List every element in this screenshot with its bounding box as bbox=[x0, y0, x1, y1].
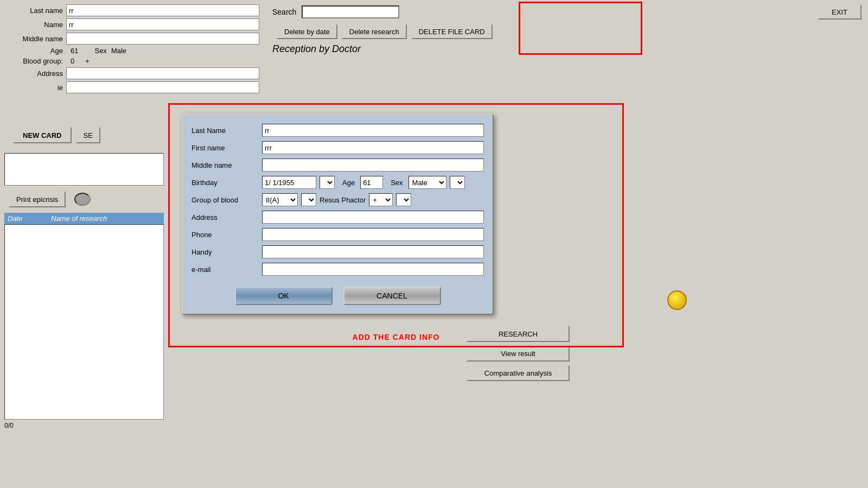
modal-phone-label: Phone bbox=[192, 231, 262, 239]
modal-email-input[interactable] bbox=[262, 263, 484, 276]
blood-group-value: 0 bbox=[71, 57, 74, 65]
modal-last-name-label: Last Name bbox=[192, 126, 262, 135]
last-name-label: Last name bbox=[7, 7, 66, 15]
modal-resus-select[interactable]: + - bbox=[369, 193, 393, 206]
ie-label: ie bbox=[7, 84, 66, 92]
print-row: Print epicrisis bbox=[0, 188, 168, 211]
modal-address-row: Address bbox=[192, 211, 484, 224]
search-input[interactable] bbox=[302, 5, 399, 18]
modal-first-name-input[interactable] bbox=[262, 141, 484, 154]
delete-research-button[interactable]: Delete research bbox=[342, 24, 407, 39]
modal-blood-group-row: Group of blood I(O) II(A) III(B) IV(AB) … bbox=[192, 193, 484, 206]
modal-email-label: e-mail bbox=[192, 265, 262, 274]
modal-sex-label: Sex bbox=[391, 179, 403, 187]
modal-handy-input[interactable] bbox=[262, 245, 484, 258]
new-card-button[interactable]: NEW CARD bbox=[13, 127, 72, 143]
modal-last-name-input[interactable] bbox=[262, 124, 484, 137]
age-sex-row: Age 61 Sex Male bbox=[7, 47, 259, 55]
add-card-info-text: ADD THE CARD INFO bbox=[353, 333, 440, 341]
pagination: 0/0 bbox=[0, 420, 168, 432]
modal-handy-row: Handy bbox=[192, 245, 484, 258]
birthday-fields: Age Sex Male Female bbox=[262, 176, 465, 189]
modal-blood-dropdown[interactable] bbox=[301, 193, 316, 206]
blood-group-label: Blood group: bbox=[7, 57, 66, 65]
ie-input[interactable] bbox=[66, 81, 259, 93]
search-row: Search EXIT bbox=[272, 4, 861, 20]
modal-birthday-label: Birthday bbox=[192, 179, 262, 187]
ie-row: ie bbox=[7, 81, 259, 93]
modal-phone-input[interactable] bbox=[262, 228, 484, 241]
modal-birthday-row: Birthday Age Sex Male Female bbox=[192, 176, 484, 189]
date-col-header: Date bbox=[8, 214, 51, 223]
exit-button[interactable]: EXIT bbox=[818, 4, 861, 20]
modal-resus-dropdown[interactable] bbox=[396, 193, 411, 206]
middle-name-input[interactable] bbox=[66, 33, 259, 45]
table-header: Date Name of research bbox=[4, 213, 164, 224]
modal-middle-name-label: Middle name bbox=[192, 161, 262, 169]
last-name-row: Last name bbox=[7, 4, 259, 16]
search-label: Search bbox=[272, 8, 296, 16]
modal-blood-group-label: Group of blood bbox=[192, 196, 262, 204]
sex-label: Sex bbox=[94, 47, 106, 55]
comparative-analysis-button[interactable]: Comparative analysis bbox=[467, 365, 570, 381]
address-label: Address bbox=[7, 69, 66, 78]
age-label: Age bbox=[7, 47, 66, 55]
blood-group-row: Blood group: 0 + bbox=[7, 57, 259, 65]
modal-age-input[interactable] bbox=[360, 176, 383, 189]
modal-sex-dropdown[interactable] bbox=[450, 176, 465, 189]
modal-address-label: Address bbox=[192, 213, 262, 221]
name-label: Name bbox=[7, 21, 66, 29]
view-result-button[interactable]: View result bbox=[467, 345, 570, 362]
sex-value: Male bbox=[111, 47, 126, 55]
modal-first-name-row: First name bbox=[192, 141, 484, 154]
middle-name-row: Middle name bbox=[7, 33, 259, 45]
modal-resus-label: Resus Phactor bbox=[320, 196, 366, 204]
research-table-body[interactable] bbox=[4, 224, 164, 420]
toggle-indicator bbox=[74, 193, 91, 206]
action-buttons-row: Delete by date Delete research DELETE FI… bbox=[272, 24, 861, 39]
modal-middle-name-input[interactable] bbox=[262, 159, 484, 172]
se-button[interactable]: SE bbox=[76, 127, 100, 143]
cancel-button[interactable]: CANCEL bbox=[343, 287, 441, 305]
name-of-research-col-header: Name of research bbox=[51, 214, 161, 223]
bottom-left-panel: NEW CARD SE Print epicrisis Date Name of… bbox=[0, 119, 168, 432]
print-area bbox=[4, 153, 164, 186]
modal-handy-label: Handy bbox=[192, 248, 262, 256]
yellow-circle-indicator bbox=[667, 290, 687, 310]
blood-group-plus: + bbox=[85, 57, 90, 65]
name-row: Name bbox=[7, 18, 259, 30]
card-buttons-row: NEW CARD SE bbox=[0, 119, 168, 151]
ok-button[interactable]: OK bbox=[235, 287, 333, 305]
modal-birthday-input[interactable] bbox=[262, 176, 316, 189]
age-value: 61 bbox=[71, 47, 78, 55]
middle-name-label: Middle name bbox=[7, 35, 66, 43]
modal-middle-name-row: Middle name bbox=[192, 159, 484, 172]
address-input[interactable] bbox=[66, 67, 259, 79]
modal-age-label: Age bbox=[342, 179, 355, 187]
name-input[interactable] bbox=[66, 18, 259, 30]
modal-email-row: e-mail bbox=[192, 263, 484, 276]
modal-sex-select[interactable]: Male Female bbox=[409, 176, 446, 189]
modal-dialog: Last Name First name Middle name Birthda… bbox=[182, 114, 494, 315]
modal-birthday-dropdown[interactable] bbox=[320, 176, 335, 189]
add-card-info-container: ADD THE CARD INFO bbox=[168, 333, 624, 341]
modal-address-input[interactable] bbox=[262, 211, 484, 224]
modal-blood-group-select[interactable]: I(O) II(A) III(B) IV(AB) bbox=[262, 193, 298, 206]
modal-first-name-label: First name bbox=[192, 144, 262, 152]
modal-button-row: OK CANCEL bbox=[192, 287, 484, 305]
print-epicrisis-button[interactable]: Print epicrisis bbox=[9, 191, 66, 207]
modal-phone-row: Phone bbox=[192, 228, 484, 241]
delete-by-date-button[interactable]: Delete by date bbox=[277, 24, 337, 39]
reception-title: Reception by Doctor bbox=[272, 43, 861, 55]
blood-group-fields: I(O) II(A) III(B) IV(AB) Resus Phactor +… bbox=[262, 193, 411, 206]
modal-last-name-row: Last Name bbox=[192, 124, 484, 137]
delete-file-card-button[interactable]: DELETE FILE CARD bbox=[411, 24, 493, 39]
right-panel: Search EXIT Delete by date Delete resear… bbox=[266, 0, 868, 59]
top-left-panel: Last name Name Middle name Age 61 Sex Ma… bbox=[0, 0, 266, 100]
last-name-input[interactable] bbox=[66, 4, 259, 16]
address-row: Address bbox=[7, 67, 259, 79]
